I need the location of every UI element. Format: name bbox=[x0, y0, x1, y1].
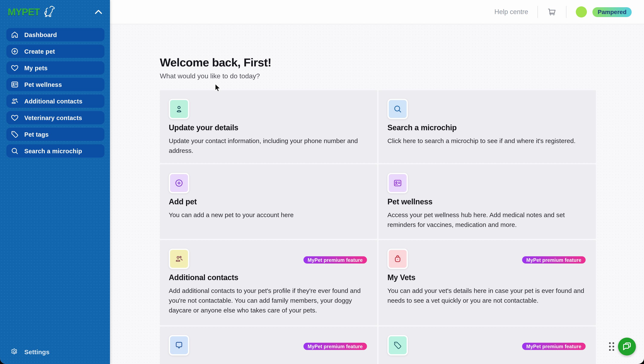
card-add-pet[interactable]: Add pet You can add a new pet to your ac… bbox=[160, 164, 377, 239]
card-description: Click here to search a microchip to see … bbox=[387, 136, 586, 146]
card-premium-chat[interactable]: MyPet premium feature bbox=[160, 326, 377, 364]
sidebar-item-label: Pet tags bbox=[24, 131, 49, 138]
sidebar-item-settings[interactable]: Settings bbox=[11, 348, 50, 356]
search-icon bbox=[387, 99, 408, 119]
sidebar-item-label: Additional contacts bbox=[24, 98, 83, 104]
sidebar-item-veterinary-contacts[interactable]: Veterinary contacts bbox=[7, 111, 104, 124]
dog-logo-icon bbox=[41, 5, 56, 19]
premium-badge: MyPet premium feature bbox=[522, 256, 586, 264]
cart-button[interactable] bbox=[547, 7, 557, 16]
logo-text: MYPET bbox=[8, 6, 40, 18]
chat-bubble-icon bbox=[169, 335, 189, 356]
sidebar-item-label: Create pet bbox=[24, 48, 55, 55]
id-card-icon bbox=[387, 173, 408, 193]
card-description: You can add a new pet to your account he… bbox=[169, 210, 367, 220]
help-centre-link[interactable]: Help centre bbox=[494, 8, 528, 16]
chat-fab-button[interactable] bbox=[618, 338, 636, 356]
card-title: Pet wellness bbox=[387, 198, 586, 206]
sidebar-item-label: Search a microchip bbox=[24, 148, 82, 154]
tag-icon bbox=[387, 335, 408, 356]
plus-circle-icon bbox=[169, 173, 189, 193]
chevron-up-icon bbox=[95, 9, 102, 14]
sidebar-item-create-pet[interactable]: Create pet bbox=[7, 45, 104, 58]
heart-icon bbox=[11, 114, 19, 122]
card-title: Search a microchip bbox=[387, 124, 586, 132]
card-description: Access your pet wellness hub here. Add m… bbox=[387, 210, 586, 230]
sidebar-collapse-button[interactable] bbox=[94, 8, 103, 15]
content: Welcome back, First! What would you like… bbox=[110, 24, 644, 364]
divider bbox=[566, 6, 567, 18]
card-pet-wellness[interactable]: Pet wellness Access your pet wellness hu… bbox=[379, 164, 596, 239]
sidebar-item-search-microchip[interactable]: Search a microchip bbox=[7, 144, 104, 158]
premium-badge: MyPet premium feature bbox=[303, 343, 367, 350]
search-icon bbox=[11, 147, 19, 155]
avatar[interactable] bbox=[576, 6, 587, 18]
sidebar: MYPET Dashboard Create pet My pets bbox=[0, 0, 110, 364]
card-my-vets[interactable]: MyPet premium feature My Vets You can ad… bbox=[379, 240, 596, 325]
main-area: Help centre Pampered Welcome back, First… bbox=[110, 0, 644, 364]
card-additional-contacts[interactable]: MyPet premium feature Additional contact… bbox=[160, 240, 377, 325]
cards-grid: Update your details Update your contact … bbox=[160, 90, 595, 364]
premium-badge: MyPet premium feature bbox=[522, 343, 586, 350]
sidebar-item-pet-tags[interactable]: Pet tags bbox=[7, 128, 104, 141]
widget-drag-handle[interactable] bbox=[609, 342, 614, 351]
card-description: You can add your vet's details here in c… bbox=[387, 286, 586, 306]
sidebar-item-label: Veterinary contacts bbox=[24, 114, 82, 121]
card-premium-tags[interactable]: MyPet premium feature bbox=[379, 326, 596, 364]
cart-icon bbox=[547, 7, 557, 16]
top-bar: Help centre Pampered bbox=[110, 0, 644, 24]
card-description: Update your contact information, includi… bbox=[169, 136, 367, 156]
settings-label: Settings bbox=[24, 348, 50, 355]
app-window: MYPET Dashboard Create pet My pets bbox=[0, 0, 644, 364]
card-update-your-details[interactable]: Update your details Update your contact … bbox=[160, 90, 377, 163]
heart-icon bbox=[11, 64, 19, 72]
card-title: Add pet bbox=[169, 198, 367, 206]
id-card-icon bbox=[11, 80, 19, 88]
sidebar-item-label: My pets bbox=[24, 64, 48, 71]
home-icon bbox=[11, 31, 19, 39]
card-title: Additional contacts bbox=[169, 273, 367, 282]
card-search-a-microchip[interactable]: Search a microchip Click here to search … bbox=[379, 90, 596, 163]
plus-circle-icon bbox=[11, 47, 19, 55]
tag-icon bbox=[11, 130, 19, 138]
divider bbox=[538, 6, 538, 18]
card-description: Add additional contacts to your pet's pr… bbox=[169, 286, 367, 315]
sidebar-item-additional-contacts[interactable]: Additional contacts bbox=[7, 94, 104, 108]
sidebar-item-label: Pet wellness bbox=[24, 81, 62, 88]
logo: MYPET bbox=[0, 0, 110, 21]
sidebar-item-my-pets[interactable]: My pets bbox=[7, 61, 104, 74]
account-area: Pampered bbox=[576, 6, 632, 18]
page-subtitle: What would you like to do today? bbox=[160, 72, 644, 80]
sidebar-item-pet-wellness[interactable]: Pet wellness bbox=[7, 78, 104, 91]
page-title: Welcome back, First! bbox=[160, 56, 644, 70]
card-title: My Vets bbox=[387, 273, 586, 282]
sidebar-nav: Dashboard Create pet My pets Pet wellnes… bbox=[0, 21, 110, 158]
users-icon bbox=[169, 249, 189, 269]
card-title: Update your details bbox=[169, 124, 367, 132]
vet-bag-icon bbox=[387, 249, 408, 269]
premium-badge: MyPet premium feature bbox=[303, 256, 367, 264]
chat-bubbles-icon bbox=[622, 342, 632, 352]
sidebar-item-label: Dashboard bbox=[24, 31, 57, 38]
users-icon bbox=[11, 97, 19, 105]
person-icon bbox=[169, 99, 189, 119]
gear-icon bbox=[11, 348, 18, 356]
sidebar-item-dashboard[interactable]: Dashboard bbox=[7, 28, 104, 41]
plan-badge[interactable]: Pampered bbox=[593, 7, 632, 17]
